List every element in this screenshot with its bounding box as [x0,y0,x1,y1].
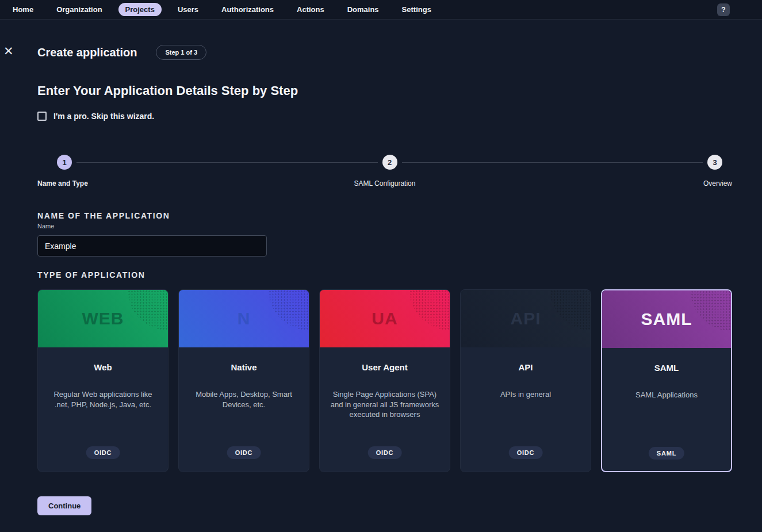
app-type-user-agent-abbr: UA [372,309,397,328]
page-title: Create application [37,46,137,59]
protocol-badge: OIDC [227,446,261,459]
app-type-card-description: Single Page Applications (SPA) and in ge… [329,389,441,420]
app-type-card-api[interactable]: API API APIs in general OIDC [460,289,591,472]
app-type-card-user-agent[interactable]: UA User Agent Single Page Applications (… [319,289,450,472]
protocol-badge: OIDC [509,446,543,459]
app-type-web-abbr: WEB [82,309,124,328]
app-type-card-title: Web [47,362,159,372]
top-navigation: Home Organization Projects Users Authori… [0,0,762,20]
name-section: NAME OF THE APPLICATION Name [37,211,732,257]
app-type-card-api-banner: API [461,290,591,347]
nav-item-users[interactable]: Users [171,3,205,16]
protocol-badge: SAML [649,447,684,460]
wizard-heading: Enter Your Application Details Step by S… [37,83,732,98]
skip-wizard-checkbox[interactable] [37,112,47,121]
app-type-card-web-banner: WEB [38,290,168,347]
create-application-page: Create application Step 1 of 3 Enter You… [37,20,732,515]
step-connector [402,162,703,163]
app-type-card-user-agent-banner: UA [320,290,450,347]
app-type-card-title: Native [188,362,300,372]
app-type-card-title: SAML [611,363,722,373]
app-type-native-abbr: N [238,309,251,328]
app-type-card-description: SAML Applications [611,390,722,400]
step-circle-3[interactable]: 3 [707,155,722,170]
app-type-card-api-body: API APIs in general OIDC [461,347,591,472]
app-type-card-web-body: Web Regular Web applications like .net, … [38,347,168,472]
app-type-card-title: API [470,362,581,372]
app-type-card-native-banner: N [179,290,309,347]
app-type-card-description: Regular Web applications like .net, PHP,… [47,389,159,409]
app-type-card-description: APIs in general [470,389,581,400]
stepper-track: 1 2 3 [37,155,732,170]
step-circle-2[interactable]: 2 [382,155,397,170]
app-type-card-description: Mobile Apps, Desktop, Smart Devices, etc… [188,389,300,409]
name-section-title: NAME OF THE APPLICATION [37,211,732,220]
application-name-input[interactable] [37,235,267,257]
stepper-labels: Name and Type SAML Configuration Overvie… [37,179,732,189]
step-connector [76,162,378,163]
help-icon[interactable]: ? [717,3,730,16]
nav-item-settings[interactable]: Settings [395,3,438,16]
name-field-label: Name [37,223,54,229]
nav-item-home[interactable]: Home [6,3,40,16]
type-section-title: TYPE OF APPLICATION [37,270,732,280]
app-type-card-saml[interactable]: SAML SAML SAML Applications SAML [601,289,732,472]
app-type-card-native[interactable]: N Native Mobile Apps, Desktop, Smart Dev… [178,289,309,472]
nav-item-organization[interactable]: Organization [49,3,109,16]
app-type-card-saml-body: SAML SAML Applications SAML [602,348,731,472]
app-type-card-user-agent-body: User Agent Single Page Applications (SPA… [320,347,450,472]
step-label-overview: Overview [703,179,732,187]
step-indicator-badge: Step 1 of 3 [156,45,206,60]
app-type-card-title: User Agent [329,362,441,372]
app-type-card-native-body: Native Mobile Apps, Desktop, Smart Devic… [179,347,309,472]
nav-item-projects[interactable]: Projects [118,3,162,16]
step-label-saml-configuration: SAML Configuration [354,179,416,187]
app-type-api-abbr: API [510,309,541,328]
skip-wizard-label: I'm a pro. Skip this wizard. [53,112,154,121]
nav-item-domains[interactable]: Domains [340,3,386,16]
app-type-card-saml-banner: SAML [602,290,731,348]
protocol-badge: OIDC [86,446,120,459]
protocol-badge: OIDC [368,446,402,459]
app-type-card-web[interactable]: WEB Web Regular Web applications like .n… [37,289,169,472]
skip-wizard-checkbox-row[interactable]: I'm a pro. Skip this wizard. [37,112,732,121]
wizard-stepper: 1 2 3 Name and Type SAML Configuration O… [37,155,732,189]
step-circle-1[interactable]: 1 [57,155,72,170]
app-type-saml-abbr: SAML [641,309,692,329]
app-type-cards: WEB Web Regular Web applications like .n… [37,289,732,472]
nav-item-actions[interactable]: Actions [290,3,331,16]
nav-item-authorizations[interactable]: Authorizations [215,3,281,16]
type-section: TYPE OF APPLICATION WEB Web Regular Web … [37,270,732,472]
step-label-name-and-type: Name and Type [37,179,88,187]
page-header: Create application Step 1 of 3 [37,20,732,60]
close-icon[interactable]: ✕ [3,45,14,57]
continue-button[interactable]: Continue [37,496,91,515]
